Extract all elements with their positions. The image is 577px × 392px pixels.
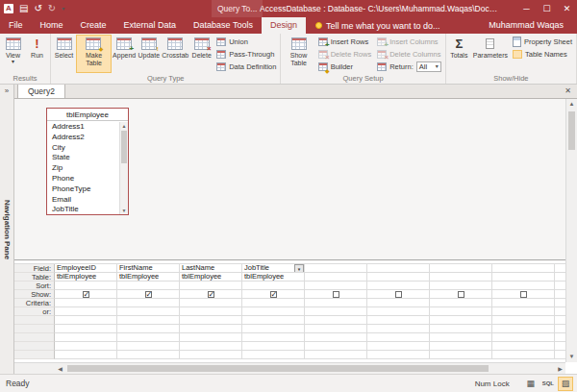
- redo-icon[interactable]: ↻: [48, 4, 56, 13]
- show-checkbox-cell-5[interactable]: [367, 290, 430, 299]
- show-checkbox[interactable]: [520, 291, 527, 298]
- scroll-up-icon[interactable]: ▲: [120, 122, 128, 130]
- show-checkbox[interactable]: [83, 291, 89, 298]
- blank-cell[interactable]: [305, 333, 367, 342]
- sort-cell-0[interactable]: [55, 282, 117, 290]
- blank-cell[interactable]: [430, 342, 492, 351]
- criteria-cell-3[interactable]: [242, 299, 305, 307]
- show-checkbox-cell-1[interactable]: [117, 290, 180, 299]
- blank-cell[interactable]: [367, 342, 430, 351]
- blank-cell[interactable]: [367, 316, 430, 325]
- blank-cell[interactable]: [305, 342, 367, 351]
- show-checkbox-cell-3[interactable]: [242, 290, 305, 299]
- blank-cell[interactable]: [430, 316, 492, 325]
- show-checkbox[interactable]: [145, 291, 152, 298]
- show-checkbox-cell-0[interactable]: [55, 290, 117, 299]
- crosstab-button[interactable]: Crosstab: [161, 35, 189, 73]
- blank-cell[interactable]: [242, 351, 305, 359]
- save-icon[interactable]: ▤: [19, 4, 28, 13]
- table-cell-1[interactable]: tblEmployee: [117, 273, 180, 282]
- minimize-button[interactable]: ─: [516, 0, 537, 17]
- or-cell-1[interactable]: [117, 307, 180, 316]
- scroll-up-icon[interactable]: ▲: [566, 99, 577, 110]
- make-table-button[interactable]: Make Table: [76, 35, 112, 73]
- blank-cell[interactable]: [242, 325, 305, 333]
- show-table-button[interactable]: Show Table: [282, 35, 314, 73]
- show-checkbox-cell-7[interactable]: [492, 290, 555, 299]
- scroll-down-icon[interactable]: ▼: [120, 207, 128, 214]
- table-cell-6[interactable]: [430, 273, 492, 282]
- field-cell-3[interactable]: JobTitle ▾: [242, 264, 305, 273]
- blank-cell[interactable]: [367, 325, 430, 333]
- table-names-button[interactable]: Table Names: [510, 48, 575, 61]
- table-cell-0[interactable]: tblEmployee: [55, 273, 117, 282]
- navigation-pane-collapsed[interactable]: » Navigation Pane: [0, 85, 14, 374]
- document-close-icon[interactable]: ✕: [559, 84, 577, 98]
- delete-columns-button[interactable]: Delete Columns: [374, 48, 444, 61]
- tab-home[interactable]: Home: [32, 17, 72, 34]
- undo-icon[interactable]: ↺: [34, 4, 41, 13]
- pass-through-button[interactable]: Pass-Through: [213, 48, 279, 61]
- show-checkbox[interactable]: [270, 291, 277, 298]
- table-cell-5[interactable]: [367, 273, 430, 282]
- blank-cell[interactable]: [305, 351, 367, 359]
- show-checkbox-cell-6[interactable]: [430, 290, 492, 299]
- table-cell-3[interactable]: tblEmployee: [242, 273, 305, 282]
- blank-cell[interactable]: [117, 316, 180, 325]
- blank-cell[interactable]: [117, 325, 180, 333]
- criteria-cell-0[interactable]: [55, 299, 117, 307]
- vertical-scrollbar[interactable]: ▲ ▼: [565, 99, 577, 362]
- maximize-button[interactable]: ☐: [537, 0, 557, 17]
- field-cell-0[interactable]: EmployeeID: [55, 264, 117, 273]
- design-view-button[interactable]: ▨: [558, 377, 573, 391]
- blank-cell[interactable]: [367, 351, 430, 359]
- data-definition-button[interactable]: Data Definition: [213, 61, 279, 73]
- sort-cell-3[interactable]: [242, 282, 305, 290]
- access-app-icon[interactable]: A: [4, 4, 13, 13]
- blank-cell[interactable]: [180, 325, 242, 333]
- blank-cell[interactable]: [180, 333, 242, 342]
- blank-cell[interactable]: [492, 351, 555, 359]
- account-name[interactable]: Muhammad Waqas: [489, 17, 577, 34]
- blank-cell[interactable]: [55, 316, 117, 325]
- delete-query-button[interactable]: Delete: [189, 35, 213, 73]
- blank-cell[interactable]: [180, 342, 242, 351]
- field-item[interactable]: City: [48, 143, 118, 154]
- scroll-left-icon[interactable]: ◀: [55, 365, 65, 372]
- scrollbar-track[interactable]: [65, 363, 555, 374]
- field-cell-1[interactable]: FirstName: [117, 264, 180, 273]
- table-cell-4[interactable]: [305, 273, 367, 282]
- blank-cell[interactable]: [492, 342, 555, 351]
- property-sheet-button[interactable]: Property Sheet: [510, 36, 575, 48]
- sort-cell-6[interactable]: [430, 282, 492, 290]
- field-item[interactable]: Email: [48, 195, 118, 206]
- table-cell-7[interactable]: [492, 273, 555, 282]
- blank-cell[interactable]: [430, 351, 492, 359]
- blank-cell[interactable]: [117, 342, 180, 351]
- parameters-button[interactable]: Parameters: [471, 35, 510, 73]
- field-cell-5[interactable]: [367, 264, 430, 273]
- tab-design[interactable]: Design: [262, 17, 306, 34]
- tab-external-data[interactable]: External Data: [115, 17, 186, 34]
- field-cell-6[interactable]: [430, 264, 492, 273]
- or-cell-0[interactable]: [55, 307, 117, 316]
- or-cell-7[interactable]: [492, 307, 555, 316]
- criteria-cell-7[interactable]: [492, 299, 555, 307]
- blank-cell[interactable]: [117, 333, 180, 342]
- insert-columns-button[interactable]: Insert Columns: [374, 36, 444, 48]
- blank-cell[interactable]: [117, 351, 180, 359]
- document-tab-query2[interactable]: Query2: [17, 84, 65, 98]
- or-cell-6[interactable]: [430, 307, 492, 316]
- or-cell-3[interactable]: [242, 307, 305, 316]
- blank-cell[interactable]: [180, 351, 242, 359]
- qat-customize-icon[interactable]: ▾: [62, 7, 64, 12]
- field-item[interactable]: JobTitle: [48, 205, 118, 213]
- field-cell-4[interactable]: [305, 264, 367, 273]
- sort-cell-4[interactable]: [305, 282, 367, 290]
- field-dropdown-button[interactable]: ▾: [294, 264, 304, 273]
- field-item[interactable]: Address2: [48, 133, 118, 143]
- shutter-open-icon[interactable]: »: [0, 85, 13, 98]
- append-button[interactable]: Append: [112, 35, 137, 73]
- tab-database-tools[interactable]: Database Tools: [185, 17, 262, 34]
- blank-cell[interactable]: [492, 325, 555, 333]
